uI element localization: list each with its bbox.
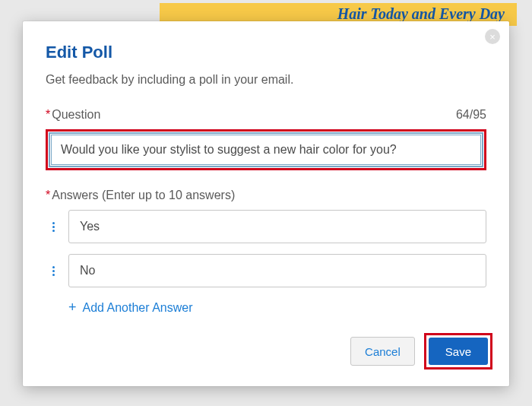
drag-handle-icon[interactable] xyxy=(46,266,61,276)
edit-poll-modal: × Edit Poll Get feedback by including a … xyxy=(23,21,509,386)
required-asterisk: * xyxy=(46,108,50,121)
add-another-answer-link[interactable]: + Add Another Answer xyxy=(68,300,193,316)
answer-input[interactable] xyxy=(68,254,486,287)
close-icon[interactable]: × xyxy=(485,29,500,44)
cancel-button[interactable]: Cancel xyxy=(350,337,415,366)
question-char-counter: 64/95 xyxy=(456,108,486,122)
required-asterisk: * xyxy=(46,189,50,201)
question-label: *Question xyxy=(46,108,100,122)
modal-title: Edit Poll xyxy=(46,43,486,62)
plus-icon: + xyxy=(68,300,77,316)
answer-row xyxy=(46,254,486,287)
drag-handle-icon[interactable] xyxy=(46,222,61,232)
question-highlight xyxy=(46,129,486,170)
modal-subtitle: Get feedback by including a poll in your… xyxy=(46,73,486,87)
save-highlight: Save xyxy=(424,333,492,370)
add-another-answer-label: Add Another Answer xyxy=(83,301,193,315)
answer-input[interactable] xyxy=(68,210,486,243)
answers-label: *Answers (Enter up to 10 answers) xyxy=(46,189,235,202)
question-input[interactable] xyxy=(51,135,481,165)
answer-row xyxy=(46,210,486,243)
save-button[interactable]: Save xyxy=(429,338,488,365)
